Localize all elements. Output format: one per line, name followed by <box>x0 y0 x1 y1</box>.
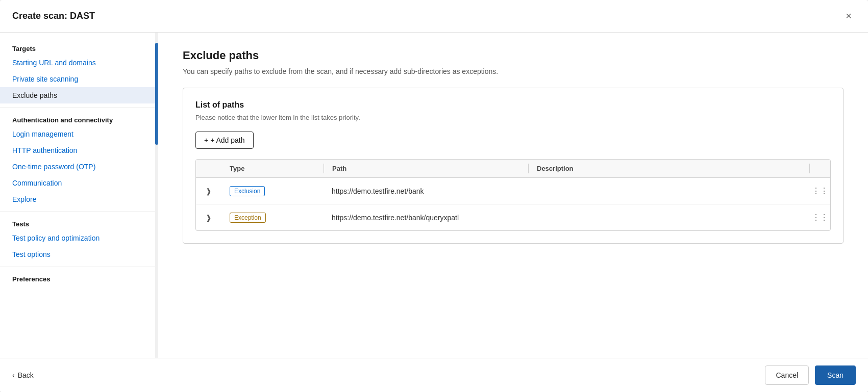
scan-button[interactable]: Scan <box>815 365 856 385</box>
table-col-desc: Description <box>529 160 809 177</box>
main-content: Exclude paths You can specify paths to e… <box>158 33 868 358</box>
page-title: Exclude paths <box>183 49 844 62</box>
card-subtitle: Please notice that the lower item in the… <box>195 114 831 121</box>
footer-actions: Cancel Scan <box>765 365 856 385</box>
table-col-type: Type <box>221 160 324 177</box>
sidebar-divider-2 <box>0 212 158 212</box>
sidebar-item-otp[interactable]: One-time password (OTP) <box>0 159 158 175</box>
sidebar-item-exclude-paths[interactable]: Exclude paths <box>0 87 158 103</box>
sidebar-item-http-auth[interactable]: HTTP authentication <box>0 142 158 159</box>
paths-card: List of paths Please notice that the low… <box>183 88 844 244</box>
sidebar-item-communication[interactable]: Communication <box>0 175 158 191</box>
row1-type-cell: Exclusion <box>221 180 324 202</box>
row2-expand-button[interactable]: ❱ <box>202 212 216 224</box>
row1-actions-button[interactable]: ⋮⋮ <box>810 184 830 198</box>
tests-section-title: Tests <box>0 216 158 230</box>
modal-title: Create scan: DAST <box>12 11 95 21</box>
table-header: Type Path Description <box>196 160 830 178</box>
targets-section-title: Targets <box>0 41 158 55</box>
sidebar-item-explore[interactable]: Explore <box>0 191 158 207</box>
table-row: ❱ Exception https://demo.testfire.net/ba… <box>196 204 830 230</box>
row2-type-cell: Exception <box>221 206 324 229</box>
sidebar-item-starting-url[interactable]: Starting URL and domains <box>0 55 158 71</box>
cancel-button[interactable]: Cancel <box>765 365 809 385</box>
sidebar: Targets Starting URL and domains Private… <box>0 33 158 358</box>
modal-body: Targets Starting URL and domains Private… <box>0 33 868 358</box>
row2-path-cell: https://demo.testfire.net/bank/queryxpat… <box>324 207 528 228</box>
sidebar-item-private-site[interactable]: Private site scanning <box>0 71 158 87</box>
table-row: ❱ Exclusion https://demo.testfire.net/ba… <box>196 178 830 204</box>
page-description: You can specify paths to exclude from th… <box>183 67 844 75</box>
row1-desc-cell <box>528 185 810 197</box>
back-arrow-icon: ‹ <box>12 371 15 379</box>
table-col-path: Path <box>324 160 528 177</box>
sidebar-item-test-options[interactable]: Test options <box>0 246 158 263</box>
row2-actions-button[interactable]: ⋮⋮ <box>810 211 830 224</box>
modal-header: Create scan: DAST × <box>0 0 868 33</box>
sidebar-divider-1 <box>0 108 158 108</box>
table-col-actions <box>810 160 830 177</box>
row2-desc-cell <box>528 212 810 224</box>
close-button[interactable]: × <box>841 8 856 24</box>
add-path-button[interactable]: + + Add path <box>195 132 254 149</box>
back-button[interactable]: ‹ Back <box>12 371 34 379</box>
sidebar-item-login-mgmt[interactable]: Login management <box>0 126 158 142</box>
row1-path-cell: https://demo.testfire.net/bank <box>324 181 528 201</box>
preferences-section-title: Preferences <box>0 271 158 285</box>
row2-type-badge: Exception <box>230 213 266 223</box>
table-header-expand <box>196 160 221 177</box>
modal-footer: ‹ Back Cancel Scan <box>0 358 868 392</box>
paths-table: Type Path Description ❱ <box>195 159 831 231</box>
auth-section-title: Authentication and connectivity <box>0 112 158 126</box>
row1-type-badge: Exclusion <box>230 186 265 196</box>
plus-icon: + <box>204 136 208 144</box>
create-scan-modal: Create scan: DAST × Targets Starting URL… <box>0 0 868 392</box>
row1-expand-button[interactable]: ❱ <box>202 185 216 197</box>
card-title: List of paths <box>195 100 831 110</box>
sidebar-item-test-policy[interactable]: Test policy and optimization <box>0 230 158 246</box>
sidebar-divider-3 <box>0 267 158 267</box>
